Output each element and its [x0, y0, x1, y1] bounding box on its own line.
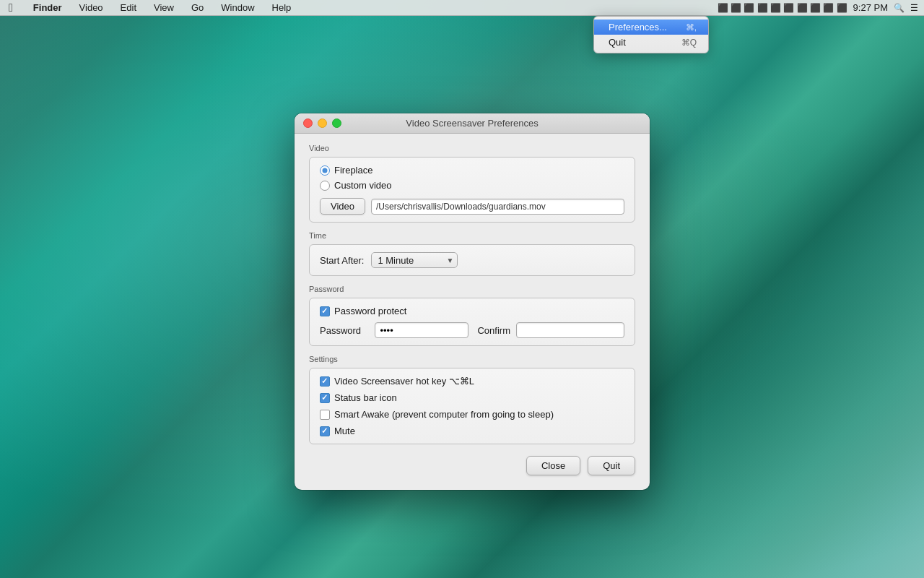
password-row: Password Confirm: [320, 322, 624, 338]
menu-edit[interactable]: Edit: [118, 2, 139, 13]
desktop:  Finder Video Edit View Go Window Help …: [0, 0, 924, 578]
menubar-time: 9:27 PM: [853, 2, 888, 13]
apple-menu[interactable]: : [6, 1, 16, 14]
video-button[interactable]: Video: [320, 198, 365, 215]
preferences-label: Preferences...: [609, 22, 667, 33]
password-protect-item[interactable]: Password protect: [320, 306, 624, 316]
maximize-button[interactable]: [332, 118, 341, 128]
settings-checkbox-group: Video Screensaver hot key ⌥⌘L Status bar…: [320, 376, 624, 436]
password-section-label: Password: [309, 285, 635, 293]
password-field-label: Password: [320, 325, 369, 336]
smart-awake-checkbox[interactable]: [320, 410, 330, 420]
smart-awake-item[interactable]: Smart Awake (prevent computer from going…: [320, 409, 624, 420]
hotkey-checkbox[interactable]: [320, 376, 330, 387]
start-after-row: Start After: 30 Seconds 1 Minute 2 Minut…: [320, 252, 624, 268]
time-section-box: Start After: 30 Seconds 1 Minute 2 Minut…: [309, 244, 635, 276]
video-section-label: Video: [309, 144, 635, 152]
quit-shortcut: ⌘Q: [681, 38, 697, 48]
close-dialog-button[interactable]: Close: [526, 456, 580, 475]
dropdown-preferences[interactable]: Preferences... ⌘,: [594, 20, 708, 35]
menu-file[interactable]: Video: [77, 2, 106, 13]
close-button[interactable]: [303, 118, 313, 128]
dialog-footer: Close Quit: [309, 456, 635, 475]
preferences-shortcut: ⌘,: [686, 22, 697, 33]
quit-dialog-button[interactable]: Quit: [588, 456, 635, 475]
confirm-field-label: Confirm: [477, 325, 510, 336]
time-section: Time Start After: 30 Seconds 1 Minute 2 …: [309, 231, 635, 276]
video-path-field[interactable]: [371, 199, 624, 215]
video-file-row: Video: [320, 198, 624, 215]
password-section: Password Password protect Password Confi…: [309, 285, 635, 346]
custom-video-label: Custom video: [334, 180, 391, 191]
dialog-titlebar: Video Screensaver Preferences: [295, 113, 650, 134]
menu-view[interactable]: View: [151, 2, 177, 13]
menubar-extras: ⬛ ⬛ ⬛ ⬛ ⬛ ⬛ ⬛ ⬛ ⬛ ⬛: [718, 3, 847, 13]
status-bar-label: Status bar icon: [334, 392, 397, 403]
status-bar-item[interactable]: Status bar icon: [320, 392, 624, 403]
hotkey-label: Video Screensaver hot key ⌥⌘L: [334, 376, 474, 387]
settings-section: Settings Video Screensaver hot key ⌥⌘L S…: [309, 355, 635, 444]
password-protect-checkbox[interactable]: [320, 306, 330, 316]
custom-video-radio[interactable]: [320, 181, 330, 191]
app-name[interactable]: Finder: [30, 2, 65, 13]
confirm-input[interactable]: [516, 322, 624, 338]
hotkey-item[interactable]: Video Screensaver hot key ⌥⌘L: [320, 376, 624, 387]
password-section-box: Password protect Password Confirm: [309, 298, 635, 346]
video-section-box: Fireplace Custom video Video: [309, 157, 635, 223]
radio-group: Fireplace Custom video: [320, 165, 624, 191]
dialog-window: Video Screensaver Preferences Video Fire…: [295, 113, 650, 490]
fireplace-radio-item[interactable]: Fireplace: [320, 165, 624, 176]
start-after-select[interactable]: 30 Seconds 1 Minute 2 Minutes 5 Minutes …: [371, 252, 458, 268]
status-bar-checkbox[interactable]: [320, 393, 330, 403]
dropdown-quit[interactable]: Quit ⌘Q: [594, 35, 708, 50]
menu-extras-icon[interactable]: ☰: [910, 3, 918, 13]
menubar:  Finder Video Edit View Go Window Help …: [0, 0, 924, 16]
custom-video-radio-item[interactable]: Custom video: [320, 180, 624, 191]
start-after-label: Start After:: [320, 255, 364, 266]
smart-awake-label: Smart Awake (prevent computer from going…: [334, 409, 554, 420]
settings-section-box: Video Screensaver hot key ⌥⌘L Status bar…: [309, 368, 635, 444]
dialog-title: Video Screensaver Preferences: [406, 118, 538, 129]
password-protect-label: Password protect: [334, 306, 406, 316]
fireplace-radio[interactable]: [320, 165, 330, 176]
search-icon[interactable]: 🔍: [894, 3, 905, 13]
menu-go[interactable]: Go: [188, 2, 206, 13]
password-input[interactable]: [375, 322, 468, 338]
menu-window[interactable]: Window: [218, 2, 257, 13]
settings-section-label: Settings: [309, 355, 635, 363]
video-section: Video Fireplace Custom video Video: [309, 144, 635, 223]
mute-label: Mute: [334, 426, 355, 436]
dialog-content: Video Fireplace Custom video Video: [295, 134, 650, 490]
mute-item[interactable]: Mute: [320, 426, 624, 436]
menu-help[interactable]: Help: [269, 2, 295, 13]
dropdown-menu: Preferences... ⌘, Quit ⌘Q: [593, 16, 709, 53]
time-section-label: Time: [309, 231, 635, 240]
start-after-wrapper: 30 Seconds 1 Minute 2 Minutes 5 Minutes …: [371, 252, 458, 268]
minimize-button[interactable]: [318, 118, 327, 128]
traffic-lights: [303, 118, 341, 128]
mute-checkbox[interactable]: [320, 426, 330, 436]
fireplace-label: Fireplace: [334, 165, 372, 176]
quit-label: Quit: [609, 37, 626, 48]
